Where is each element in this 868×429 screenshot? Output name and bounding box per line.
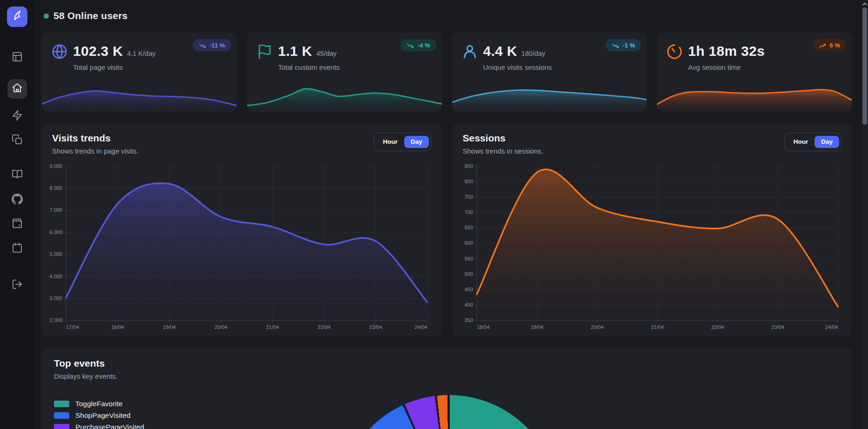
main-content: 58 Online users 102.3 K 4.1 K/day Total … (34, 0, 868, 429)
toggle-day-button[interactable]: Day (404, 136, 429, 148)
sidebar-item-book[interactable] (12, 168, 23, 181)
legend-swatch (54, 412, 69, 419)
svg-text:20/04: 20/04 (214, 324, 227, 330)
stat-per-day: 4.1 K/day (127, 50, 155, 57)
svg-text:21/04: 21/04 (266, 324, 279, 330)
stat-value: 1.1 K (278, 43, 312, 59)
chart-subtitle: Shows trends in page visits. (52, 147, 139, 155)
stat-label: Unique visits sessions (483, 63, 552, 71)
legend-item-shoppagevisited[interactable]: ShopPageVisited (54, 411, 203, 420)
scrollbar-thumb[interactable] (862, 7, 867, 125)
svg-text:17/04: 17/04 (66, 324, 79, 330)
svg-text:19/04: 19/04 (530, 324, 543, 330)
top-events-subtitle: Displays key events. (54, 372, 840, 380)
svg-text:500: 500 (464, 271, 473, 277)
stat-label: Avg session time (688, 63, 769, 71)
visits-trends-chart: 2.0003.0004.0005.0006.0007.0008.0009.000… (47, 162, 436, 333)
svg-text:600: 600 (464, 240, 473, 246)
chart-title: Visits trends (52, 133, 139, 144)
stat-value: 4.4 K (483, 43, 517, 59)
svg-text:24/04: 24/04 (825, 324, 838, 330)
svg-text:22/04: 22/04 (711, 324, 724, 330)
online-users-header: 58 Online users (44, 10, 852, 21)
top-events-pie-chart (339, 395, 559, 429)
sidebar-item-panels[interactable] (12, 51, 23, 64)
stat-per-day: 45/day (316, 50, 337, 57)
scrollbar[interactable] (861, 0, 868, 429)
toggle-hour-button[interactable]: Hour (376, 136, 404, 148)
svg-text:23/04: 23/04 (771, 324, 784, 330)
stat-card-total-page-visits: 102.3 K 4.1 K/day Total page visits -11 … (42, 32, 237, 112)
svg-text:3.000: 3.000 (50, 295, 63, 301)
svg-text:8.000: 8.000 (50, 185, 63, 191)
globe-icon (52, 44, 67, 60)
sidebar-item-wallet[interactable] (12, 218, 23, 231)
stat-card-unique-visits-sessions: 4.4 K 180/day Unique visits sessions -1 … (452, 32, 647, 112)
toggle-day-button[interactable]: Day (815, 136, 839, 148)
svg-text:18/04: 18/04 (477, 324, 490, 330)
avg-session-sparkline (657, 80, 852, 112)
legend-item-togglefavorite[interactable]: ToggleFavorite (54, 400, 203, 408)
svg-text:2.000: 2.000 (50, 317, 63, 323)
user-icon (462, 44, 478, 60)
svg-text:4.000: 4.000 (50, 274, 63, 279)
wallet-icon (12, 218, 23, 231)
interval-toggle: Hour Day (785, 133, 841, 151)
legend-swatch (54, 424, 69, 429)
sidebar-item-github[interactable] (12, 194, 23, 207)
charts-row: Visits trends Shows trends in page visit… (42, 123, 852, 336)
stat-value: 1h 18m 32s (688, 43, 765, 59)
flag-icon (257, 44, 273, 60)
svg-text:5.000: 5.000 (50, 251, 63, 257)
svg-text:850: 850 (464, 163, 473, 169)
logo-icon (11, 10, 23, 24)
svg-text:400: 400 (464, 302, 473, 308)
github-icon (12, 194, 23, 207)
interval-toggle: Hour Day (374, 133, 431, 151)
sidebar-item-home[interactable] (7, 79, 27, 99)
svg-text:750: 750 (464, 194, 473, 200)
sessions-chart: 35040045050055060065070075080085018/0419… (458, 162, 847, 333)
sidebar-item-copy[interactable] (12, 134, 23, 147)
calendar-icon (12, 242, 23, 255)
stat-label: Total page visits (73, 63, 155, 71)
visits-trends-card: Visits trends Shows trends in page visit… (42, 123, 441, 336)
sidebar-item-zap[interactable] (12, 110, 23, 123)
sidebar-item-logout[interactable] (12, 279, 23, 292)
stat-per-day: 180/day (521, 50, 546, 57)
toggle-hour-button[interactable]: Hour (787, 136, 815, 148)
svg-text:9.000: 9.000 (50, 163, 63, 169)
online-status-dot (44, 13, 49, 19)
custom-events-sparkline (247, 80, 442, 112)
sidebar-item-calendar[interactable] (12, 242, 23, 255)
trend-badge: -11 % (193, 39, 231, 51)
copy-icon (12, 134, 23, 147)
svg-text:700: 700 (464, 209, 473, 215)
svg-text:650: 650 (464, 225, 473, 230)
svg-text:550: 550 (464, 256, 473, 261)
stat-value: 102.3 K (73, 43, 123, 59)
timer-icon (667, 44, 682, 60)
stat-card-avg-session-time: 1h 18m 32s Avg session time 6 % (657, 32, 852, 112)
page-visits-sparkline (42, 80, 237, 112)
stat-cards-row: 102.3 K 4.1 K/day Total page visits -11 … (42, 32, 852, 112)
svg-text:20/04: 20/04 (591, 324, 604, 330)
svg-text:7.000: 7.000 (50, 207, 63, 213)
top-events-title: Top events (54, 358, 840, 369)
legend-swatch (54, 401, 69, 407)
svg-text:24/04: 24/04 (414, 324, 427, 330)
legend-item-purchasepagevisited[interactable]: PurchasePageVisited (54, 423, 203, 429)
app-logo[interactable] (7, 7, 27, 27)
chart-subtitle: Shows trends in sessions. (463, 147, 543, 155)
zap-icon (12, 110, 23, 123)
trend-badge: 6 % (813, 39, 846, 51)
svg-text:18/04: 18/04 (111, 324, 124, 330)
svg-text:22/04: 22/04 (318, 324, 331, 330)
sessions-card: Sessions Shows trends in sessions. Hour … (453, 123, 852, 336)
svg-text:450: 450 (464, 287, 473, 292)
top-events-card: Top events Displays key events. ToggleFa… (42, 348, 852, 429)
svg-text:19/04: 19/04 (163, 324, 176, 330)
trend-badge: -1 % (606, 39, 641, 51)
scroll-up-arrow[interactable] (861, 0, 868, 7)
logout-icon (12, 279, 23, 292)
